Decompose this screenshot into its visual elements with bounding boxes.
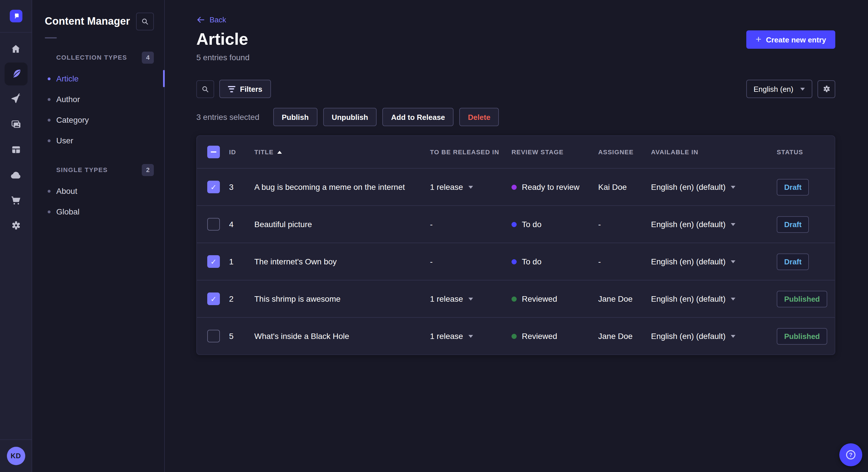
table-row[interactable]: 3 A bug is becoming a meme on the intern… <box>197 168 835 205</box>
subnav-title: Content Manager <box>45 15 130 28</box>
col-review-stage[interactable]: REVIEW STAGE <box>512 148 598 156</box>
cell-id: 1 <box>229 257 254 266</box>
cell-available-in[interactable]: English (en) (default) <box>651 294 777 303</box>
content-manager-icon[interactable] <box>4 63 27 86</box>
cell-to-be-released-in[interactable]: 1 release <box>430 182 512 192</box>
delete-button[interactable]: Delete <box>459 108 499 126</box>
col-id[interactable]: ID <box>229 148 254 156</box>
single-types-list: About Global <box>32 181 164 222</box>
cell-title: This shrimp is awesome <box>254 294 430 303</box>
search-button[interactable] <box>196 80 214 98</box>
filters-button[interactable]: Filters <box>219 80 271 98</box>
logo-container <box>0 0 32 33</box>
collection-types-label: COLLECTION TYPES <box>56 54 127 61</box>
col-status[interactable]: STATUS <box>777 148 834 156</box>
cell-available-in[interactable]: English (en) (default) <box>651 220 777 229</box>
row-checkbox[interactable] <box>207 218 220 231</box>
cell-status: Draft <box>777 179 834 195</box>
cell-title: The internet's Own boy <box>254 257 430 266</box>
table-row[interactable]: 5 What's inside a Black Hole 1 release R… <box>197 317 835 355</box>
col-assignee[interactable]: ASSIGNEE <box>598 148 651 156</box>
status-badge: Draft <box>777 253 809 270</box>
chevron-down-icon <box>800 88 805 90</box>
chevron-down-icon <box>731 297 735 300</box>
cell-status: Draft <box>777 216 834 233</box>
row-checkbox[interactable] <box>207 255 220 268</box>
bullet-icon <box>48 119 51 121</box>
row-checkbox[interactable] <box>207 293 220 305</box>
main-nav-rail: KD <box>0 0 32 472</box>
back-link[interactable]: Back <box>196 15 226 24</box>
help-button[interactable]: ? <box>839 443 862 466</box>
strapi-logo-icon[interactable] <box>9 10 22 22</box>
cell-to-be-released-in: - <box>430 220 512 229</box>
sidebar-item-article[interactable]: Article <box>32 68 164 89</box>
cell-title: What's inside a Black Hole <box>254 332 430 341</box>
deploy-cloud-icon[interactable] <box>4 164 27 187</box>
cell-id: 5 <box>229 332 254 341</box>
marketplace-cart-icon[interactable] <box>4 189 27 212</box>
locale-select[interactable]: English (en) <box>746 80 812 98</box>
table-row[interactable]: 1 The internet's Own boy - To do - Engli… <box>197 243 835 280</box>
sidebar-item-category[interactable]: Category <box>32 109 164 130</box>
sidebar-item-user[interactable]: User <box>32 130 164 151</box>
sidebar-item-global[interactable]: Global <box>32 201 164 222</box>
stage-dot-icon <box>512 184 517 190</box>
cell-assignee: - <box>598 220 651 229</box>
bullet-icon <box>48 98 51 101</box>
row-checkbox[interactable] <box>207 181 220 193</box>
cell-assignee: Jane Doe <box>598 294 651 303</box>
cell-to-be-released-in[interactable]: 1 release <box>430 332 512 341</box>
cell-status: Published <box>777 328 834 344</box>
chevron-down-icon <box>731 223 735 226</box>
collection-types-section: COLLECTION TYPES 4 Article Author Catego… <box>32 51 164 151</box>
create-new-entry-button[interactable]: + Create new entry <box>747 30 835 49</box>
cell-assignee: Kai Doe <box>598 182 651 192</box>
view-settings-button[interactable] <box>817 80 835 98</box>
plus-icon: + <box>756 34 762 44</box>
row-checkbox[interactable] <box>207 330 220 342</box>
select-all-checkbox[interactable] <box>207 146 220 158</box>
cell-available-in[interactable]: English (en) (default) <box>651 332 777 341</box>
cell-review-stage: To do <box>512 257 598 266</box>
col-released[interactable]: TO BE RELEASED IN <box>430 148 512 156</box>
unpublish-button[interactable]: Unpublish <box>323 108 377 126</box>
col-title[interactable]: TITLE <box>254 148 430 156</box>
page-title: Article <box>196 29 249 49</box>
user-avatar[interactable]: KD <box>7 447 25 465</box>
chevron-down-icon <box>468 335 473 338</box>
add-to-release-button[interactable]: Add to Release <box>382 108 454 126</box>
sidebar-item-author[interactable]: Author <box>32 89 164 109</box>
entries-table: ID TITLE TO BE RELEASED IN REVIEW STAGE … <box>196 135 835 355</box>
cell-review-stage: Reviewed <box>512 294 598 303</box>
cell-available-in[interactable]: English (en) (default) <box>651 182 777 192</box>
col-available-in[interactable]: AVAILABLE IN <box>651 148 777 156</box>
cell-status: Published <box>777 291 834 307</box>
collection-types-count-badge: 4 <box>142 51 154 63</box>
settings-gear-icon[interactable] <box>4 214 27 237</box>
single-types-label: SINGLE TYPES <box>56 166 107 173</box>
chevron-down-icon <box>468 186 473 189</box>
collection-types-list: Article Author Category User <box>32 68 164 151</box>
sort-asc-icon <box>277 150 282 154</box>
cell-available-in[interactable]: English (en) (default) <box>651 257 777 266</box>
back-label: Back <box>210 15 226 24</box>
media-library-icon[interactable] <box>4 113 27 136</box>
home-icon[interactable] <box>4 37 27 60</box>
publish-button[interactable]: Publish <box>273 108 317 126</box>
cell-review-stage: Reviewed <box>512 332 598 341</box>
table-row[interactable]: 2 This shrimp is awesome 1 release Revie… <box>197 280 835 317</box>
chevron-down-icon <box>731 260 735 263</box>
releases-icon[interactable] <box>4 88 27 111</box>
entries-count: 5 entries found <box>196 53 249 62</box>
stage-dot-icon <box>512 296 517 301</box>
cell-assignee: - <box>598 257 651 266</box>
content-type-builder-icon[interactable] <box>4 138 27 161</box>
table-row[interactable]: 4 Beautiful picture - To do - English (e… <box>197 205 835 243</box>
cell-to-be-released-in[interactable]: 1 release <box>430 294 512 303</box>
bullet-icon <box>48 139 51 142</box>
subnav-search-button[interactable] <box>136 12 154 30</box>
sidebar-item-about[interactable]: About <box>32 181 164 201</box>
cell-status: Draft <box>777 253 834 270</box>
table-header-row: ID TITLE TO BE RELEASED IN REVIEW STAGE … <box>197 136 835 168</box>
